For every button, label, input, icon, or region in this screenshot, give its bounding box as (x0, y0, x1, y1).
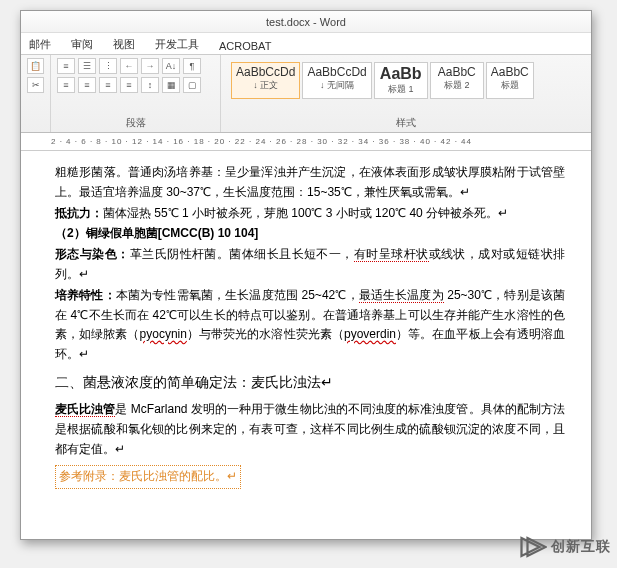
align-right-icon[interactable]: ≡ (99, 77, 117, 93)
document-body[interactable]: 粗糙形菌落。普通肉汤培养基：呈少量浑浊并产生沉淀，在液体表面形成皱状厚膜粘附于试… (21, 151, 591, 517)
ruler[interactable]: 2 · 4 · 6 · 8 · 10 · 12 · 14 · 16 · 18 ·… (21, 133, 591, 151)
align-left-icon[interactable]: ≡ (57, 77, 75, 93)
group-paragraph-label: 段落 (57, 116, 214, 130)
window-title: test.docx - Word (21, 11, 591, 33)
align-center-icon[interactable]: ≡ (78, 77, 96, 93)
watermark: 创新互联 (517, 532, 611, 562)
indent-inc-icon[interactable]: → (141, 58, 159, 74)
watermark-text: 创新互联 (551, 538, 611, 556)
sort-icon[interactable]: A↓ (162, 58, 180, 74)
shading-icon[interactable]: ▦ (162, 77, 180, 93)
clipboard-icon[interactable]: 📋 (27, 58, 44, 74)
tab-acrobat[interactable]: ACROBAT (215, 38, 275, 54)
group-clipboard (27, 119, 44, 130)
section-heading: 二、菌悬液浓度的简单确定法：麦氏比浊法↵ (55, 371, 565, 394)
tab-view[interactable]: 视图 (109, 35, 139, 54)
showhide-icon[interactable]: ¶ (183, 58, 201, 74)
style-sample: AaBb (379, 65, 423, 83)
format-painter-icon[interactable]: ✂ (27, 77, 44, 93)
style-sample: AaBbCcDd (236, 65, 295, 79)
style-heading1[interactable]: AaBb 标题 1 (374, 62, 428, 99)
style-name: 标题 1 (379, 83, 423, 96)
watermark-logo-icon (517, 532, 547, 562)
indent-dec-icon[interactable]: ← (120, 58, 138, 74)
style-heading2[interactable]: AaBbC 标题 2 (430, 62, 484, 99)
style-name: ↓ 无间隔 (307, 79, 366, 92)
para-morphology: 形态与染色：革兰氏阴性杆菌。菌体细长且长短不一，有时呈球杆状或线状，成对或短链状… (55, 245, 565, 285)
style-sample: AaBbCcDd (307, 65, 366, 79)
align-justify-icon[interactable]: ≡ (120, 77, 138, 93)
para: 粗糙形菌落。普通肉汤培养基：呈少量浑浊并产生沉淀，在液体表面形成皱状厚膜粘附于试… (55, 163, 565, 203)
style-name: ↓ 正文 (236, 79, 295, 92)
ribbon-tabs: 邮件 审阅 视图 开发工具 ACROBAT (21, 33, 591, 55)
style-name: 标题 2 (435, 79, 479, 92)
para-heading-2: （2）铜绿假单胞菌[CMCC(B) 10 104] (55, 224, 565, 244)
style-title[interactable]: AaBbC 标题 (486, 62, 534, 99)
para-culture: 培养特性：本菌为专性需氧菌，生长温度范围 25~42℃，最适生长温度为 25~3… (55, 286, 565, 365)
bullets-icon[interactable]: ≡ (57, 58, 75, 74)
numbering-icon[interactable]: ☰ (78, 58, 96, 74)
style-sample: AaBbC (491, 65, 529, 79)
tab-review[interactable]: 审阅 (67, 35, 97, 54)
linespacing-icon[interactable]: ↕ (141, 77, 159, 93)
style-sample: AaBbC (435, 65, 479, 79)
borders-icon[interactable]: ▢ (183, 77, 201, 93)
para-resistance: 抵抗力：菌体湿热 55℃ 1 小时被杀死，芽胞 100℃ 3 小时或 120℃ … (55, 204, 565, 224)
group-styles-label: 样式 (227, 116, 585, 130)
para-appendix: 参考附录：麦氏比浊管的配比。↵ (55, 465, 565, 489)
para-mcfarland: 麦氏比浊管是 McFarland 发明的一种用于微生物比浊的不同浊度的标准浊度管… (55, 400, 565, 459)
style-name: 标题 (491, 79, 529, 92)
style-nospacing[interactable]: AaBbCcDd ↓ 无间隔 (302, 62, 371, 99)
ribbon: 📋 ✂ ≡ ☰ ⋮ ← → A↓ ¶ ≡ ≡ ≡ ≡ ↕ ▦ ▢ 段 (21, 55, 591, 133)
multilevel-icon[interactable]: ⋮ (99, 58, 117, 74)
tab-developer[interactable]: 开发工具 (151, 35, 203, 54)
tab-mail[interactable]: 邮件 (25, 35, 55, 54)
style-gallery: AaBbCcDd ↓ 正文 AaBbCcDd ↓ 无间隔 AaBb 标题 1 A… (227, 58, 585, 99)
style-normal[interactable]: AaBbCcDd ↓ 正文 (231, 62, 300, 99)
